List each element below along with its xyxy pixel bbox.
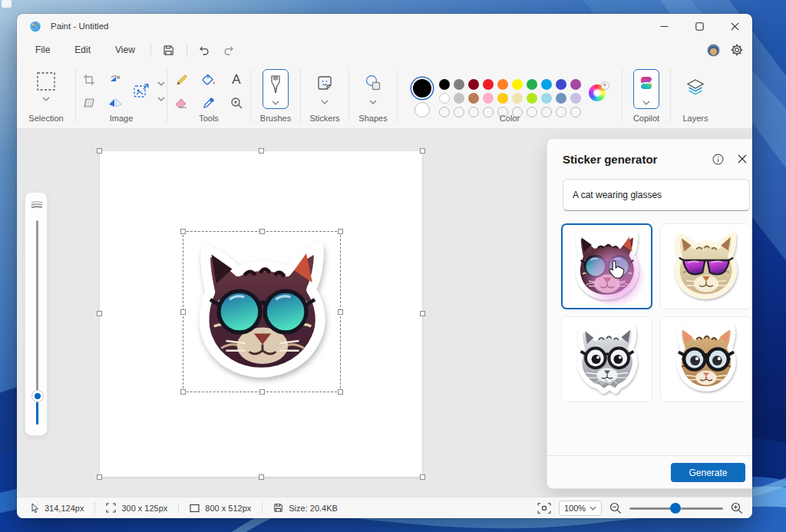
canvas-handle-top-left[interactable]: [97, 148, 102, 154]
close-panel-button[interactable]: [733, 150, 751, 168]
drawing-canvas[interactable]: [100, 151, 422, 477]
crop-button[interactable]: [78, 69, 101, 91]
canvas-handle-middle-left[interactable]: [97, 311, 102, 316]
redo-button[interactable]: [216, 41, 239, 59]
selection-handle-top-right[interactable]: [338, 229, 343, 234]
zoom-slider-thumb[interactable]: [670, 503, 681, 514]
undo-button[interactable]: [193, 41, 216, 59]
selection-handle-bottom-left[interactable]: [180, 389, 186, 395]
canvas-handle-top-middle[interactable]: [259, 148, 264, 154]
copilot-button[interactable]: [633, 69, 659, 109]
sticker-thumbnail-1[interactable]: [561, 223, 652, 309]
fill-tool-button[interactable]: [197, 69, 220, 91]
toolbar-group-image: Image: [76, 61, 167, 128]
selection-handle-bottom-right[interactable]: [338, 389, 343, 395]
selection-handle-middle-left[interactable]: [180, 309, 186, 315]
settings-gear-icon[interactable]: [731, 44, 743, 56]
selection-handle-bottom-middle[interactable]: [259, 389, 265, 395]
palette-color-swatch[interactable]: [439, 93, 450, 104]
skew-button[interactable]: [78, 92, 101, 114]
menu-view[interactable]: View: [106, 41, 144, 58]
canvas-handle-top-right[interactable]: [420, 148, 425, 154]
sticker-thumbnail-3[interactable]: [561, 316, 652, 402]
close-button[interactable]: [717, 14, 752, 38]
palette-color-swatch[interactable]: [468, 93, 479, 104]
maximize-button[interactable]: [682, 14, 717, 38]
canvas-handle-bottom-middle[interactable]: [259, 474, 264, 480]
zoom-level-dropdown[interactable]: 100%: [559, 501, 602, 516]
palette-color-swatch[interactable]: [556, 93, 566, 104]
eyedropper-tool-button[interactable]: [197, 92, 220, 114]
palette-color-swatch[interactable]: [570, 93, 581, 104]
palette-color-swatch[interactable]: [512, 93, 523, 104]
magnifier-tool-button[interactable]: [225, 92, 248, 114]
canvas-handle-bottom-right[interactable]: [420, 474, 425, 480]
stickers-button[interactable]: [313, 72, 336, 94]
palette-color-swatch[interactable]: [468, 79, 479, 90]
generate-button[interactable]: Generate: [671, 463, 745, 482]
palette-color-swatch[interactable]: [483, 93, 494, 104]
info-icon: [712, 154, 724, 165]
sticker-thumbnail-2[interactable]: [660, 223, 751, 309]
thickness-slider-thumb[interactable]: [32, 391, 43, 401]
shapes-button[interactable]: [362, 72, 385, 94]
zoom-out-button[interactable]: [609, 502, 622, 514]
palette-color-swatch[interactable]: [527, 79, 537, 90]
info-button[interactable]: [708, 150, 727, 168]
toolbar-group-selection: Selection: [17, 61, 75, 128]
account-avatar[interactable]: [707, 44, 720, 57]
brush-icon: [269, 74, 282, 94]
minimize-button[interactable]: [646, 14, 682, 38]
sticker-panel-title: Sticker generator: [563, 153, 708, 166]
palette-color-swatch[interactable]: [497, 93, 508, 104]
palette-color-swatch[interactable]: [497, 79, 508, 90]
palette-color-swatch[interactable]: [512, 79, 523, 90]
save-button[interactable]: [157, 41, 180, 59]
title-bar[interactable]: Paint - Untitled: [17, 14, 752, 38]
palette-color-swatch[interactable]: [541, 93, 552, 104]
primary-color-swatch[interactable]: [413, 79, 431, 97]
toolbar-group-copilot: Copilot: [623, 61, 670, 128]
edit-colors-button[interactable]: +: [589, 84, 607, 103]
selection-handle-top-left[interactable]: [180, 229, 186, 234]
canvas-cat-sticker[interactable]: [190, 236, 335, 387]
selection-dropdown-chevron-icon[interactable]: [42, 97, 50, 101]
brushes-button[interactable]: [263, 69, 289, 109]
layers-button[interactable]: [684, 77, 707, 98]
toolbar-group-layers: Layers: [671, 61, 720, 128]
pencil-tool-button[interactable]: [170, 69, 193, 91]
palette-color-swatch[interactable]: [454, 79, 464, 90]
selection-bounding-box[interactable]: [183, 231, 341, 392]
rotate-button[interactable]: [104, 69, 127, 91]
flip-button[interactable]: [104, 92, 127, 114]
palette-color-swatch[interactable]: [541, 79, 552, 90]
menu-edit[interactable]: Edit: [65, 41, 100, 58]
menu-file[interactable]: File: [26, 41, 59, 58]
stickers-chevron-icon[interactable]: [321, 100, 329, 104]
selection-handle-top-middle[interactable]: [259, 229, 265, 234]
file-size-value: Size: 20.4KB: [289, 504, 338, 513]
text-tool-button[interactable]: A: [225, 69, 248, 91]
palette-color-swatch[interactable]: [454, 93, 464, 104]
eraser-tool-button[interactable]: [170, 92, 193, 114]
palette-color-swatch[interactable]: [439, 79, 450, 90]
resize-image-button[interactable]: [130, 81, 153, 102]
shapes-chevron-icon[interactable]: [369, 100, 377, 104]
canvas-handle-bottom-left[interactable]: [97, 474, 102, 480]
selection-tool-button[interactable]: [35, 71, 58, 92]
flip-chevron-icon[interactable]: [157, 97, 165, 101]
sticker-thumbnail-4[interactable]: [660, 316, 751, 402]
palette-color-swatch[interactable]: [570, 79, 581, 90]
canvas-handle-middle-right[interactable]: [420, 311, 425, 316]
rotate-chevron-icon[interactable]: [157, 81, 165, 86]
copilot-icon: [638, 74, 655, 91]
zoom-in-button[interactable]: [731, 502, 743, 514]
palette-color-swatch[interactable]: [556, 79, 566, 90]
thumbnail-cat-tabby: [669, 322, 743, 396]
palette-color-swatch[interactable]: [483, 79, 494, 90]
fit-to-screen-button[interactable]: [537, 502, 551, 514]
zoom-slider[interactable]: [629, 503, 723, 514]
prompt-input[interactable]: A cat wearing glasses: [563, 179, 750, 211]
palette-color-swatch[interactable]: [527, 93, 537, 104]
selection-handle-middle-right[interactable]: [338, 309, 343, 315]
